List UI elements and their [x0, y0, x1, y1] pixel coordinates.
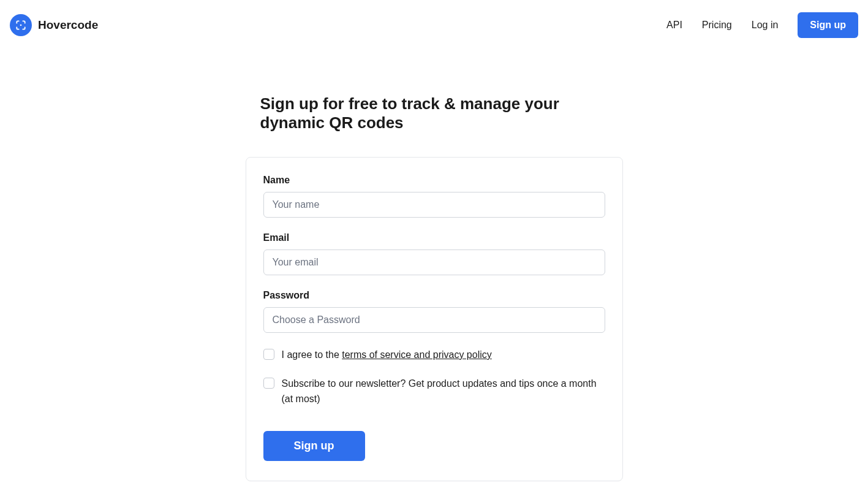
name-label: Name: [263, 175, 605, 186]
newsletter-checkbox[interactable]: [263, 378, 274, 389]
signup-card: Name Email Password I agree to the terms…: [246, 157, 623, 481]
logo-icon: [10, 14, 32, 36]
terms-prefix: I agree to the: [282, 349, 342, 360]
nav-signup-button[interactable]: Sign up: [798, 12, 858, 38]
nav-api-link[interactable]: API: [666, 20, 682, 31]
email-label: Email: [263, 232, 605, 243]
terms-label: I agree to the terms of service and priv…: [282, 348, 492, 363]
terms-link[interactable]: terms of service and privacy policy: [342, 349, 492, 360]
password-input[interactable]: [263, 307, 605, 333]
name-input[interactable]: [263, 192, 605, 218]
brand[interactable]: Hovercode: [10, 14, 98, 36]
newsletter-label: Subscribe to our newsletter? Get product…: [282, 376, 605, 407]
email-input[interactable]: [263, 250, 605, 275]
nav: API Pricing Log in Sign up: [666, 12, 858, 38]
svg-point-0: [20, 25, 22, 26]
page-title: Sign up for free to track & manage your …: [246, 94, 623, 132]
topbar: Hovercode API Pricing Log in Sign up: [0, 0, 868, 50]
nav-pricing-link[interactable]: Pricing: [702, 20, 732, 31]
signup-submit-button[interactable]: Sign up: [263, 431, 365, 461]
terms-checkbox[interactable]: [263, 349, 274, 360]
nav-login-link[interactable]: Log in: [752, 20, 779, 31]
password-label: Password: [263, 290, 605, 301]
brand-name: Hovercode: [38, 18, 98, 32]
